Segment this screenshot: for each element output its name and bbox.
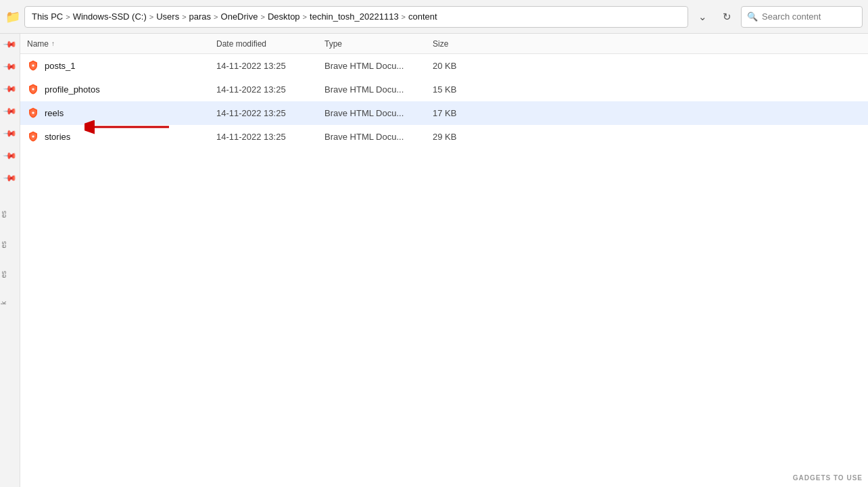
pin-icon-7[interactable]: 📌 xyxy=(3,171,18,186)
table-row[interactable]: stories 14-11-2022 13:25 Brave HTML Docu… xyxy=(20,125,868,149)
search-box: 🔍 xyxy=(741,6,863,28)
file-date: 14-11-2022 13:25 xyxy=(216,84,324,95)
pin-icon-6[interactable]: 📌 xyxy=(3,149,18,163)
breadcrumb-users[interactable]: Users xyxy=(156,11,179,22)
brave-icon xyxy=(27,130,39,143)
breadcrumb-desktop[interactable]: Desktop xyxy=(268,11,300,22)
toolbar: 📁 This PC > Windows-SSD (C:) > Users > p… xyxy=(0,0,868,34)
file-list: posts_1 14-11-2022 13:25 Brave HTML Docu… xyxy=(20,54,868,487)
chevron-down-icon: ⌄ xyxy=(698,11,707,23)
content-area: Name ↑ Date modified Type Size posts_1 xyxy=(20,34,868,487)
pin-icon-3[interactable]: 📌 xyxy=(3,82,18,97)
breadcrumb-expand-button[interactable]: ⌄ xyxy=(692,7,713,27)
file-date: 14-11-2022 13:25 xyxy=(216,108,324,118)
file-size: 20 KB xyxy=(433,61,487,71)
file-size: 29 KB xyxy=(433,132,487,142)
file-size: 15 KB xyxy=(433,84,487,95)
breadcrumb-current: content xyxy=(408,11,437,22)
col-header-type[interactable]: Type xyxy=(324,39,433,49)
pin-icon-5[interactable]: 📌 xyxy=(3,126,18,141)
breadcrumb-paras[interactable]: paras xyxy=(189,11,212,22)
col-header-name[interactable]: Name ↑ xyxy=(27,39,216,49)
pin-icon-1[interactable]: 📌 xyxy=(3,37,18,52)
col-header-size[interactable]: Size xyxy=(433,39,487,49)
column-headers: Name ↑ Date modified Type Size xyxy=(20,34,868,54)
file-size: 17 KB xyxy=(433,108,487,118)
refresh-icon: ↻ xyxy=(723,11,731,23)
file-type: Brave HTML Docu... xyxy=(324,84,433,95)
breadcrumb-this-pc[interactable]: This PC xyxy=(32,11,63,22)
pin-icon-2[interactable]: 📌 xyxy=(3,59,18,74)
file-type: Brave HTML Docu... xyxy=(324,108,433,118)
breadcrumb-folder[interactable]: techin_tosh_20221113 xyxy=(310,11,399,22)
search-input[interactable] xyxy=(762,11,857,22)
file-type: Brave HTML Docu... xyxy=(324,61,433,71)
left-sidebar: 📌 📌 📌 📌 📌 📌 📌 es es es k xyxy=(0,34,20,487)
search-icon: 🔍 xyxy=(747,11,758,22)
file-name: profile_photos xyxy=(45,84,100,95)
table-row[interactable]: posts_1 14-11-2022 13:25 Brave HTML Docu… xyxy=(20,54,868,78)
brave-icon xyxy=(27,107,39,119)
col-header-date[interactable]: Date modified xyxy=(216,39,324,49)
file-name: reels xyxy=(45,108,64,118)
file-date: 14-11-2022 13:25 xyxy=(216,132,324,142)
folder-icon: 📁 xyxy=(5,9,20,24)
file-name: posts_1 xyxy=(45,61,76,71)
pin-icon-4[interactable]: 📌 xyxy=(3,104,18,119)
sidebar-label-es1: es xyxy=(0,209,7,220)
breadcrumb[interactable]: This PC > Windows-SSD (C:) > Users > par… xyxy=(24,6,688,28)
file-name-cell: reels xyxy=(27,107,216,119)
sidebar-label-es3: es xyxy=(0,270,7,280)
table-row[interactable]: reels 14-11-2022 13:25 Brave HTML Docu..… xyxy=(20,101,868,125)
file-name-cell: posts_1 xyxy=(27,59,216,72)
sidebar-label-k: k xyxy=(0,300,7,306)
breadcrumb-onedrive[interactable]: OneDrive xyxy=(221,11,258,22)
table-row[interactable]: profile_photos 14-11-2022 13:25 Brave HT… xyxy=(20,78,868,101)
breadcrumb-drive[interactable]: Windows-SSD (C:) xyxy=(73,11,147,22)
file-name-cell: stories xyxy=(27,130,216,143)
main-container: 📌 📌 📌 📌 📌 📌 📌 es es es k Name ↑ Date mod… xyxy=(0,34,868,487)
refresh-button[interactable]: ↻ xyxy=(717,7,737,27)
file-type: Brave HTML Docu... xyxy=(324,132,433,142)
brave-icon xyxy=(27,59,39,72)
brave-icon xyxy=(27,83,39,95)
file-name-cell: profile_photos xyxy=(27,83,216,95)
file-date: 14-11-2022 13:25 xyxy=(216,61,324,71)
sidebar-label-es2: es xyxy=(0,240,7,250)
sort-arrow-icon: ↑ xyxy=(51,40,55,47)
file-name: stories xyxy=(45,132,70,142)
watermark: GADGETS TO USE xyxy=(793,474,863,482)
